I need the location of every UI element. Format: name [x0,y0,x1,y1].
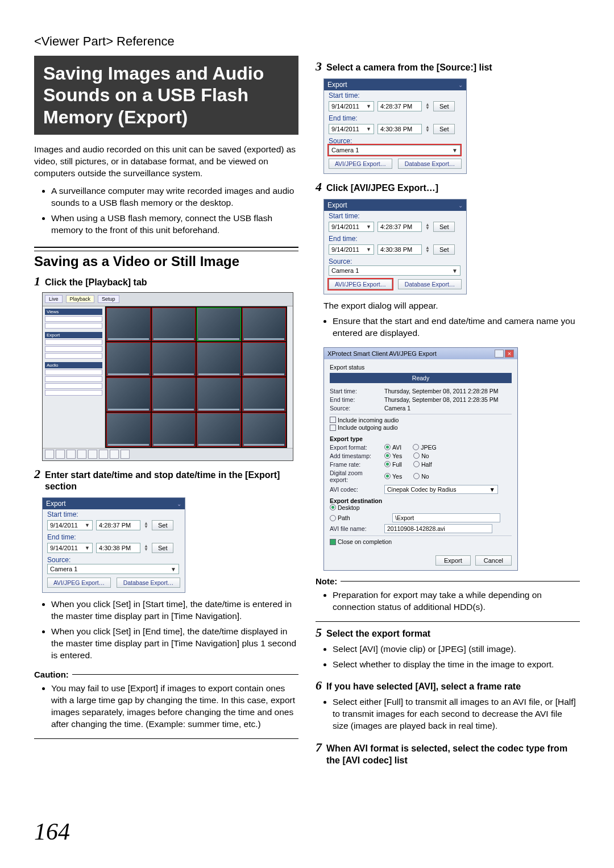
dlg-source-value: Camera 1 [384,405,512,412]
step-4: 4 Click [AVI/JPEG Export…] [316,180,580,194]
page-number: 164 [34,818,70,845]
step-text: When AVI format is selected, select the … [326,743,580,767]
end-date-input[interactable]: 9/14/2011▼ [329,124,374,134]
database-export-button[interactable]: Database Export… [398,159,462,169]
step-number: 3 [316,59,322,74]
step6-bullets: Select either [Full] to transmit all ima… [316,696,580,732]
database-export-button[interactable]: Database Export… [117,578,180,588]
set-button[interactable]: Set [433,222,455,232]
start-date-input[interactable]: 9/14/2011▼ [47,520,93,530]
end-time-input[interactable]: 4:30:38 PM [96,543,140,553]
source-dropdown[interactable]: Camera 1▼ [47,564,179,574]
collapse-icon[interactable]: ⌄ [177,501,181,507]
source-label: Source: [43,555,185,564]
caution-item: You may fail to use [Export] if images t… [51,683,298,730]
end-date-input[interactable]: 9/14/2011▼ [329,244,374,255]
window-controls[interactable]: × [495,350,514,358]
step-6: 6 If you have selected [AVI], select a f… [316,678,580,693]
step-text: Select the export format [326,628,430,640]
export-button[interactable]: Export [435,555,471,566]
intro-bullet: A surveillance computer may write record… [51,185,298,209]
export-status-label: Export status [330,364,512,371]
step-number: 7 [316,740,322,755]
step-5: 5 Select the export format [316,625,580,640]
source-label: Source: [324,136,466,145]
radio-timestamp-yes[interactable]: Yes [384,452,402,459]
zoom-label: Digital zoom export: [330,470,381,483]
frame-label: Frame rate: [330,461,381,468]
path-input[interactable]: \Export [392,513,500,522]
start-date-input[interactable]: 9/14/2011▼ [329,222,374,232]
avi-jpeg-export-button[interactable]: AVI/JPEG Export… [47,578,111,588]
tab-setup[interactable]: Setup [98,295,119,303]
panel-title: Export [46,500,66,508]
time-spinner[interactable]: ▲▼ [425,223,430,230]
tab-live[interactable]: Live [45,295,63,303]
avi-jpeg-export-button[interactable]: AVI/JPEG Export… [329,279,392,289]
time-spinner[interactable]: ▲▼ [425,246,430,253]
end-time-input[interactable]: 4:30:38 PM [377,244,422,255]
time-spinner[interactable]: ▲▼ [425,126,430,132]
step-text: Enter start date/time and stop date/time… [45,470,298,493]
step4-result: The export dialog will appear. [323,300,580,312]
dialog-title: XProtect Smart Client AVI/JPEG Export [327,350,437,357]
dlg-source-label: Source: [330,405,381,412]
step-number: 4 [316,180,322,194]
radio-half[interactable]: Half [413,461,432,468]
time-spinner[interactable]: ▲▼ [425,103,430,110]
source-dropdown[interactable]: Camera 1▼ [329,145,460,155]
avi-jpeg-export-button[interactable]: AVI/JPEG Export… [329,159,392,169]
time-spinner[interactable]: ▲▼ [144,545,148,551]
close-on-completion-checkbox[interactable]: Close on completion [330,538,392,545]
dlg-end-value: Thursday, September 08, 2011 2:28:35 PM [384,396,512,403]
set-button[interactable]: Set [433,101,455,111]
radio-zoom-yes[interactable]: Yes [384,473,402,480]
radio-avi[interactable]: AVI [384,444,401,451]
export-status-value: Ready [330,373,512,383]
radio-path[interactable]: Path [330,514,381,521]
start-date-input[interactable]: 9/14/2011▼ [329,101,374,111]
dlg-end-label: End time: [330,396,381,403]
end-time-label: End time: [324,113,466,122]
set-button[interactable]: Set [433,124,455,134]
cancel-button[interactable]: Cancel [475,555,512,566]
start-time-input[interactable]: 4:28:37 PM [377,101,422,111]
source-dropdown[interactable]: Camera 1▼ [329,265,460,276]
include-outgoing-audio-checkbox[interactable]: Include outgoing audio [330,424,398,431]
tab-playback[interactable]: Playback [66,295,95,303]
section-divider [34,247,298,251]
breadcrumb: <Viewer Part> Reference [34,34,580,49]
radio-jpeg[interactable]: JPEG [413,444,436,451]
start-time-input[interactable]: 4:28:37 PM [96,520,140,530]
step-number: 2 [34,467,40,481]
step6-bullet: Select either [Full] to transmit all ima… [333,696,580,732]
export-dialog: XProtect Smart Client AVI/JPEG Export × … [323,347,518,571]
start-time-label: Start time: [324,211,466,220]
start-time-label: Start time: [324,90,466,99]
set-button[interactable]: Set [433,244,455,255]
time-spinner[interactable]: ▲▼ [144,522,148,529]
caution-label: Caution: [34,670,298,679]
collapse-icon[interactable]: ⌄ [458,202,463,209]
set-button[interactable]: Set [152,543,174,553]
start-time-input[interactable]: 4:28:37 PM [377,222,422,232]
panel-title: Export [327,81,347,89]
radio-desktop[interactable]: Desktop [330,504,360,511]
step4-bullets: Ensure that the start and end date/time … [316,315,580,339]
caution-list: You may fail to use [Export] if images t… [34,683,298,730]
database-export-button[interactable]: Database Export… [398,279,462,289]
step5-bullet: Select whether to display the time in th… [333,659,580,671]
include-incoming-audio-checkbox[interactable]: Include incoming audio [330,417,399,423]
set-button[interactable]: Set [152,520,174,530]
end-time-input[interactable]: 4:30:38 PM [377,124,422,134]
radio-timestamp-no[interactable]: No [413,452,429,459]
file-name-input[interactable]: 20110908-142828.avi [384,524,492,533]
step-1: 1 Click the [Playback] tab [34,274,298,289]
radio-zoom-no[interactable]: No [413,473,429,480]
codec-select[interactable]: Cinepak Codec by Radius▼ [384,485,498,494]
end-date-input[interactable]: 9/14/2011▼ [47,543,93,553]
radio-full[interactable]: Full [384,461,402,468]
step-text: Click [AVI/JPEG Export…] [326,182,438,194]
collapse-icon[interactable]: ⌄ [458,82,463,88]
step2-notes: When you click [Set] in [Start time], th… [34,599,298,662]
